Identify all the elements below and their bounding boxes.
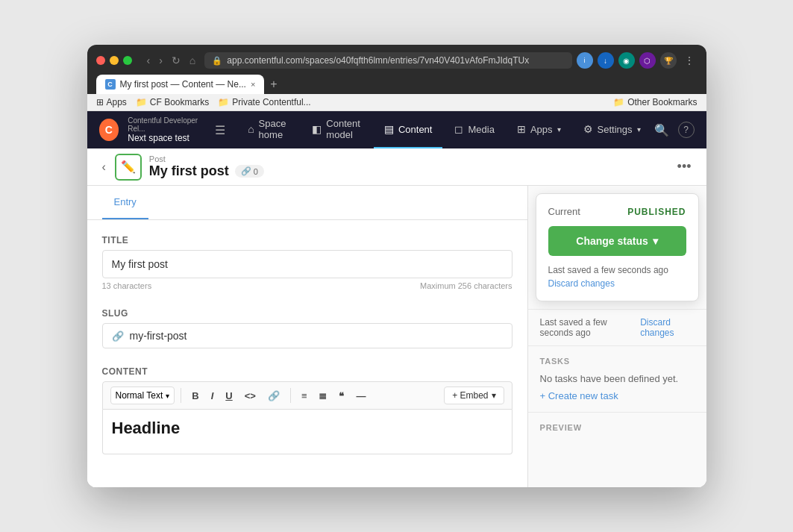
minimize-window-button[interactable] bbox=[110, 56, 119, 65]
text-style-select[interactable]: Normal Text ▾ bbox=[110, 387, 175, 404]
sidebar-discard-link[interactable]: Discard changes bbox=[640, 317, 694, 338]
nav-right: 🔍 ? bbox=[654, 122, 695, 138]
reload-browser-button[interactable]: ↻ bbox=[169, 53, 184, 68]
browser-controls: ‹ › ↻ ⌂ 🔒 app.contentful.com/spaces/o40f… bbox=[96, 52, 698, 69]
save-info: Last saved a few seconds ago Discard cha… bbox=[548, 265, 686, 289]
bookmark-apps[interactable]: ⊞ Apps bbox=[96, 97, 127, 107]
active-tab[interactable]: C My first post — Content — Ne... × bbox=[96, 75, 265, 94]
browser-menu-button[interactable]: ⋮ bbox=[681, 53, 698, 68]
code-button[interactable]: <> bbox=[240, 387, 260, 404]
nav-settings-label: Settings bbox=[598, 124, 633, 135]
ordered-list-button[interactable]: ≣ bbox=[314, 387, 331, 404]
browser-nav-buttons: ‹ › ↻ ⌂ bbox=[144, 53, 199, 68]
forward-browser-button[interactable]: › bbox=[156, 53, 166, 68]
bookmark-private-label: Private Contentful... bbox=[232, 97, 310, 107]
title-max: Maximum 256 characters bbox=[420, 281, 513, 290]
quote-button[interactable]: ❝ bbox=[334, 387, 348, 404]
title-input[interactable] bbox=[102, 250, 513, 278]
browser-tabs: C My first post — Content — Ne... × + bbox=[96, 75, 698, 94]
preview-section: PREVIEW bbox=[528, 412, 706, 450]
extension-button-4[interactable]: ⬡ bbox=[639, 52, 656, 69]
apps-icon: ⊞ bbox=[517, 123, 526, 135]
tab-close-button[interactable]: × bbox=[251, 80, 255, 89]
help-button[interactable]: ? bbox=[678, 122, 695, 138]
address-bar[interactable]: 🔒 app.contentful.com/spaces/o40fqfth6lmn… bbox=[204, 52, 571, 69]
entry-header-info: Post My first post 🔗 0 bbox=[149, 154, 264, 179]
ref-icon: 🔗 bbox=[241, 166, 251, 176]
tasks-title: TASKS bbox=[540, 357, 695, 366]
bookmark-private[interactable]: 📁 Private Contentful... bbox=[218, 97, 310, 107]
tab-favicon: C bbox=[105, 79, 116, 90]
extension-button-2[interactable]: ↓ bbox=[598, 52, 614, 69]
create-task-link[interactable]: + Create new task bbox=[540, 390, 695, 401]
nav-items: ⌂ Space home ◧ Content model ▤ Content ◻… bbox=[237, 111, 651, 148]
home-browser-button[interactable]: ⌂ bbox=[187, 53, 198, 68]
home-icon: ⌂ bbox=[248, 123, 254, 135]
nav-media[interactable]: ◻ Media bbox=[444, 111, 504, 148]
toolbar-divider-2 bbox=[290, 388, 291, 403]
bold-button[interactable]: B bbox=[187, 387, 203, 404]
bookmark-cf[interactable]: 📁 CF Bookmarks bbox=[136, 97, 209, 107]
browser-chrome: ‹ › ↻ ⌂ 🔒 app.contentful.com/spaces/o40f… bbox=[87, 45, 706, 94]
discard-changes-link[interactable]: Discard changes bbox=[548, 278, 615, 289]
browser-actions: i ↓ ◉ ⬡ 🏆 ⋮ bbox=[577, 52, 698, 69]
save-text: Last saved a few seconds ago bbox=[548, 265, 668, 275]
rich-text-content[interactable]: Headline bbox=[102, 410, 513, 454]
new-tab-button[interactable]: + bbox=[264, 75, 283, 94]
bookmarks-right: 📁 Other Bookmarks bbox=[613, 97, 697, 107]
app-content: C Contentful Developer Rel... Next space… bbox=[87, 111, 706, 487]
published-badge: PUBLISHED bbox=[627, 207, 686, 217]
bookmarks-bar: ⊞ Apps 📁 CF Bookmarks 📁 Private Contentf… bbox=[87, 94, 706, 111]
back-button[interactable]: ‹ bbox=[102, 160, 106, 174]
bookmark-other-icon: 📁 bbox=[613, 97, 624, 107]
back-browser-button[interactable]: ‹ bbox=[144, 53, 154, 68]
bookmark-other[interactable]: 📁 Other Bookmarks bbox=[613, 97, 697, 107]
embed-button[interactable]: + Embed ▾ bbox=[444, 387, 504, 404]
italic-button[interactable]: I bbox=[207, 387, 219, 404]
title-field-meta: 13 characters Maximum 256 characters bbox=[102, 281, 513, 290]
search-button[interactable]: 🔍 bbox=[654, 123, 669, 137]
rich-text-toolbar: Normal Text ▾ B I U <> 🔗 ≡ ≣ bbox=[102, 381, 513, 410]
slug-link-icon: 🔗 bbox=[112, 331, 124, 342]
tab-entry[interactable]: Entry bbox=[102, 186, 148, 219]
entry-icon: ✏️ bbox=[115, 154, 142, 181]
nav-content[interactable]: ▤ Content bbox=[374, 111, 443, 148]
nav-settings-chevron: ▾ bbox=[637, 125, 641, 134]
entry-title-row: My first post 🔗 0 bbox=[149, 163, 264, 179]
ref-count: 0 bbox=[254, 167, 258, 176]
extension-button-5[interactable]: 🏆 bbox=[660, 52, 677, 69]
nav-content-model[interactable]: ◧ Content model bbox=[301, 111, 372, 148]
browser-window: ‹ › ↻ ⌂ 🔒 app.contentful.com/spaces/o40f… bbox=[87, 45, 706, 487]
nav-space-home[interactable]: ⌂ Space home bbox=[237, 111, 300, 148]
hr-button[interactable]: — bbox=[351, 387, 370, 404]
nav-apps-label: Apps bbox=[530, 124, 553, 135]
current-label: Current bbox=[548, 206, 580, 217]
create-task-label: + Create new task bbox=[540, 390, 618, 401]
unordered-list-button[interactable]: ≡ bbox=[297, 387, 312, 404]
nav-space-home-label: Space home bbox=[259, 118, 290, 140]
nav-apps[interactable]: ⊞ Apps ▾ bbox=[507, 111, 571, 148]
apps-grid-icon: ⊞ bbox=[96, 97, 104, 107]
entry-tabs: Entry bbox=[87, 186, 527, 220]
right-sidebar: Current PUBLISHED Change status ▾ Last s… bbox=[527, 186, 706, 487]
extension-button-3[interactable]: ◉ bbox=[618, 52, 635, 69]
maximize-window-button[interactable] bbox=[123, 56, 132, 65]
underline-button[interactable]: U bbox=[221, 387, 236, 404]
hamburger-button[interactable]: ☰ bbox=[215, 123, 225, 137]
close-window-button[interactable] bbox=[96, 56, 105, 65]
text-style-chevron: ▾ bbox=[166, 392, 169, 400]
bookmark-folder-icon: 📁 bbox=[136, 97, 147, 107]
nav-settings[interactable]: ⚙ Settings ▾ bbox=[573, 111, 651, 148]
link-button[interactable]: 🔗 bbox=[263, 387, 284, 404]
extension-button-1[interactable]: i bbox=[577, 52, 593, 69]
bookmark-cf-label: CF Bookmarks bbox=[150, 97, 209, 107]
lock-icon: 🔒 bbox=[212, 56, 222, 66]
more-options-button[interactable]: ••• bbox=[677, 159, 692, 175]
org-name: Contentful Developer Rel... bbox=[128, 116, 207, 133]
nav-content-label: Content bbox=[398, 124, 433, 135]
change-status-button[interactable]: Change status ▾ bbox=[548, 226, 686, 256]
contentful-logo: C bbox=[99, 119, 119, 141]
slug-input[interactable] bbox=[130, 330, 503, 342]
slug-input-wrapper[interactable]: 🔗 bbox=[102, 323, 513, 348]
settings-icon: ⚙ bbox=[583, 123, 593, 135]
